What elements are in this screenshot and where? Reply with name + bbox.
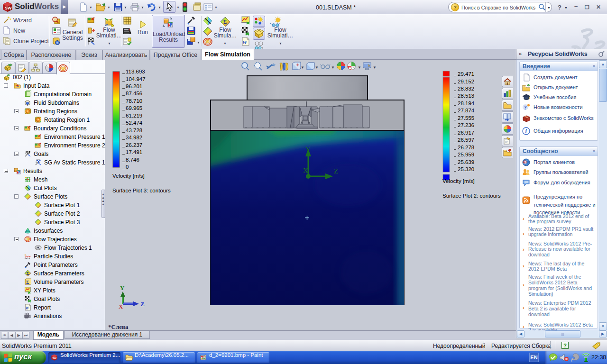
svg-text:Σ: Σ [26,280,29,285]
svg-text:Σ: Σ [223,19,227,25]
svg-text:SW: SW [5,6,12,10]
svg-text:Σ: Σ [27,271,29,276]
svg-text:SW: SW [52,357,57,360]
svg-text:W: W [242,39,248,45]
